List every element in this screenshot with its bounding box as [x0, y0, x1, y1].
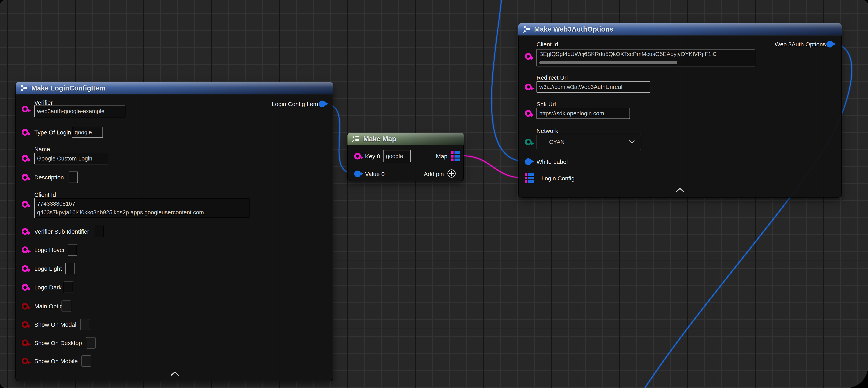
node-header-make-web3authoptions[interactable]: Make Web3AuthOptions — [518, 23, 842, 35]
value0-pin[interactable] — [354, 171, 361, 177]
show-on-desktop-checkbox[interactable] — [86, 337, 96, 349]
node-title: Make Web3AuthOptions — [534, 25, 613, 33]
pin-label-logo-dark: Logo Dark — [34, 284, 61, 291]
pin-label-web3auth-options: Web 3Auth Options — [775, 41, 826, 48]
type-of-login-input[interactable]: google — [72, 127, 103, 138]
pin-label-show-on-desktop: Show On Desktop — [34, 340, 82, 346]
pin-label-name: Name — [34, 146, 50, 152]
node-title: Make LoginConfigItem — [31, 84, 105, 92]
redirect-url-pin[interactable] — [525, 84, 532, 90]
key0-input[interactable]: google — [383, 150, 411, 162]
pin-label-network: Network — [536, 128, 558, 134]
verifier-value: web3auth-google-example — [37, 108, 104, 115]
key0-value: google — [386, 153, 403, 159]
add-pin-label: Add pin — [424, 171, 444, 177]
sdk-url-value: https://sdk.openlogin.com — [539, 110, 604, 117]
network-selected-value: CYAN — [549, 139, 564, 145]
verifier-sub-identifier-input[interactable] — [95, 226, 104, 237]
logo-dark-pin[interactable] — [22, 284, 28, 291]
main-option-pin[interactable] — [22, 303, 28, 309]
key0-pin[interactable] — [354, 153, 361, 159]
make-struct-icon — [20, 84, 28, 92]
pin-label-client-id: Client Id — [34, 191, 56, 198]
pin-label-login-config-item: Login Config Item — [272, 101, 318, 107]
node-make-loginconfigitem[interactable]: Make LoginConfigItem Login Config Item V… — [16, 82, 333, 381]
node-make-map[interactable]: Make Map Key 0 google Map Value 0 Add pi… — [347, 133, 464, 181]
sdk-url-input[interactable]: https://sdk.openlogin.com — [536, 108, 630, 119]
verifier-sub-identifier-pin[interactable] — [22, 228, 28, 235]
pin-label-map: Map — [436, 153, 447, 159]
show-on-modal-checkbox[interactable] — [80, 319, 90, 330]
add-pin-icon[interactable] — [447, 169, 456, 178]
collapse-chevron-icon[interactable] — [674, 186, 686, 193]
client-id-input[interactable]: 774338308167- q463s7kpvja16l4l0kko3nb925… — [34, 198, 250, 218]
pin-label-description: Description — [34, 174, 64, 181]
pin-label-show-on-mobile: Show On Mobile — [34, 358, 78, 364]
client-id-input[interactable]: BEglQSgt4cUWcj6SKRdu5QkOXTsePmMcusG5EAoy… — [536, 49, 755, 66]
pin-label-value0: Value 0 — [365, 171, 385, 177]
collapse-chevron-icon[interactable] — [169, 370, 181, 377]
client-id-value-line2: q463s7kpvja16l4l0kko3nb925ikds2p.apps.go… — [37, 208, 204, 217]
pin-label-key0: Key 0 — [365, 153, 380, 159]
node-make-web3authoptions[interactable]: Make Web3AuthOptions Web 3Auth Options C… — [518, 23, 842, 197]
pin-label-sdk-url: Sdk Url — [536, 101, 556, 108]
node-header-make-map[interactable]: Make Map — [347, 133, 464, 145]
pin-label-redirect-url: Redirect Url — [536, 74, 568, 81]
pin-label-show-on-modal: Show On Modal — [34, 322, 76, 328]
client-id-pin[interactable] — [22, 201, 28, 208]
web3auth-options-output-pin[interactable] — [827, 41, 833, 48]
logo-light-pin[interactable] — [22, 265, 28, 272]
name-pin[interactable] — [22, 155, 28, 162]
description-pin[interactable] — [22, 174, 28, 181]
pin-label-logo-hover: Logo Hover — [34, 247, 65, 253]
name-input[interactable]: Google Custom Login — [34, 153, 108, 165]
network-dropdown[interactable]: CYAN — [536, 134, 641, 150]
client-id-value: BEglQSgt4cUWcj6SKRdu5QkOXTsePmMcusG5EAoy… — [539, 51, 717, 57]
pin-label-type-of-login: Type Of Login — [34, 129, 71, 136]
client-id-pin[interactable] — [525, 53, 532, 60]
login-config-item-output-pin[interactable] — [319, 100, 326, 107]
node-header-make-loginconfigitem[interactable]: Make LoginConfigItem — [16, 82, 333, 94]
pin-label-white-label: White Label — [536, 159, 568, 165]
name-value: Google Custom Login — [37, 155, 92, 162]
description-input[interactable] — [69, 172, 78, 183]
map-output-pin[interactable] — [451, 151, 460, 161]
make-struct-icon — [522, 25, 531, 33]
white-label-pin[interactable] — [525, 158, 532, 165]
pin-label-verifier-sub-identifier: Verifier Sub Identifier — [34, 229, 89, 235]
sdk-url-pin[interactable] — [525, 110, 532, 117]
make-map-icon — [351, 135, 360, 143]
pin-label-logo-light: Logo Light — [34, 266, 62, 272]
type-of-login-value: google — [75, 129, 92, 136]
pin-label-client-id: Client Id — [536, 41, 558, 48]
client-id-value-line1: 774338308167- — [37, 199, 77, 208]
verifier-input[interactable]: web3auth-google-example — [34, 105, 125, 117]
show-on-desktop-pin[interactable] — [22, 339, 28, 346]
logo-hover-input[interactable] — [68, 244, 77, 256]
redirect-url-input[interactable]: w3a://com.w3a.Web3AuthUnreal — [536, 81, 650, 93]
redirect-url-value: w3a://com.w3a.Web3AuthUnreal — [539, 84, 622, 90]
type-of-login-pin[interactable] — [22, 129, 28, 136]
logo-dark-input[interactable] — [64, 281, 73, 293]
network-pin[interactable] — [525, 139, 532, 145]
client-id-horizontal-scrollbar[interactable] — [539, 61, 677, 64]
logo-hover-pin[interactable] — [22, 246, 28, 253]
login-config-pin[interactable] — [525, 173, 534, 183]
blueprint-graph-canvas[interactable]: Make LoginConfigItem Login Config Item V… — [0, 0, 868, 388]
node-title: Make Map — [363, 135, 396, 143]
show-on-mobile-checkbox[interactable] — [82, 355, 91, 367]
pin-label-login-config: Login Config — [541, 175, 575, 182]
verifier-pin[interactable] — [22, 106, 28, 112]
main-option-checkbox[interactable] — [61, 300, 71, 312]
chevron-down-icon — [629, 140, 635, 144]
show-on-modal-pin[interactable] — [22, 321, 28, 328]
show-on-mobile-pin[interactable] — [22, 358, 28, 364]
logo-light-input[interactable] — [65, 263, 75, 274]
